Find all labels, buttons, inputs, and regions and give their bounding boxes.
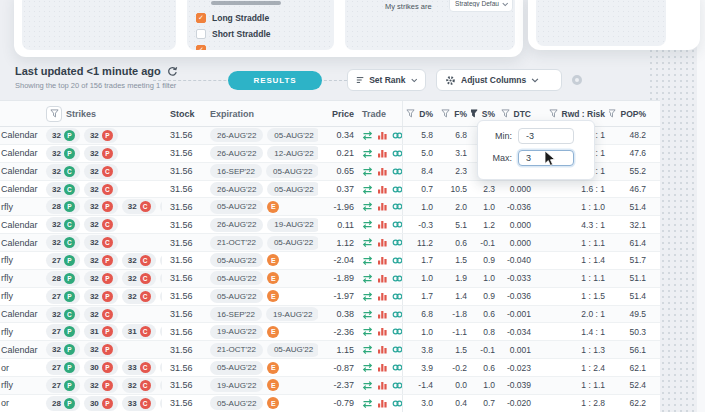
trade-row[interactable]: or 27 P30 P33 C36 C 31.56 05-AUG'22E -0.… <box>0 359 660 377</box>
trade-row[interactable]: Calendar 32 C32 C 31.56 26-AUG'2205-AUG'… <box>0 181 660 199</box>
swap-icon[interactable] <box>362 380 373 391</box>
col-header-dtc[interactable]: DTC <box>499 109 535 119</box>
rwd-risk-value: 1 : 1.0 <box>535 202 609 212</box>
link-icon[interactable] <box>392 398 402 409</box>
link-icon[interactable] <box>392 237 402 248</box>
trade-row[interactable]: Calendar 32 P32 P 31.56 21-OCT'2205-AUG'… <box>0 341 660 359</box>
checkbox-checked-icon[interactable]: ✓ <box>196 45 206 50</box>
funnel-icon[interactable] <box>471 109 478 118</box>
link-icon[interactable] <box>392 362 402 373</box>
rwd-risk-value: 1 : 1.4 <box>535 255 609 265</box>
funnel-icon[interactable] <box>406 109 415 118</box>
swap-icon[interactable] <box>362 255 373 266</box>
settings-dot-icon[interactable] <box>572 75 582 85</box>
trade-row[interactable]: Calendar 32 C32 C 31.56 26-AUG'2219-AUG'… <box>0 216 660 234</box>
swap-icon[interactable] <box>362 237 373 248</box>
refresh-icon[interactable] <box>167 66 178 77</box>
col-header-s-pct[interactable]: S% <box>471 109 499 119</box>
chart-icon[interactable] <box>377 237 388 248</box>
link-icon[interactable] <box>392 219 402 230</box>
checkbox-checked-icon[interactable]: ✓ <box>196 13 206 23</box>
link-icon[interactable] <box>392 309 402 320</box>
link-icon[interactable] <box>392 344 402 355</box>
chart-icon[interactable] <box>377 148 388 159</box>
chart-icon[interactable] <box>377 380 388 391</box>
funnel-icon[interactable] <box>501 109 510 118</box>
dtc-value: 0.001 <box>499 345 535 355</box>
swap-icon[interactable] <box>362 326 373 337</box>
link-icon[interactable] <box>392 326 402 337</box>
link-icon[interactable] <box>392 166 402 177</box>
swap-icon[interactable] <box>362 344 373 355</box>
trade-row[interactable]: rfly 28 P32 P32 C35 C 31.56 05-AUG'22E -… <box>0 270 660 288</box>
swap-icon[interactable] <box>362 362 373 373</box>
col-header-pop-pct[interactable]: POP% <box>609 109 660 119</box>
trade-row[interactable]: or 28 P30 P33 C36 C 31.56 05-AUG'22E -0.… <box>0 395 660 412</box>
swap-icon[interactable] <box>362 291 373 302</box>
chart-icon[interactable] <box>377 398 388 409</box>
set-rank-button[interactable]: Set Rank <box>347 69 426 91</box>
chart-icon[interactable] <box>377 219 388 230</box>
trade-row[interactable]: rfly 27 P32 P32 C35 C 31.56 05-AUG'22E -… <box>0 288 660 306</box>
adjust-columns-button[interactable]: Adjust Columns <box>436 69 562 91</box>
col-header-d-pct[interactable]: D% <box>402 101 437 126</box>
link-icon[interactable] <box>392 148 402 159</box>
chart-icon[interactable] <box>377 362 388 373</box>
link-icon[interactable] <box>392 201 402 212</box>
min-input[interactable] <box>518 128 574 144</box>
col-header-rwd-risk[interactable]: Rwd : Risk <box>535 109 609 119</box>
chart-icon[interactable] <box>377 291 388 302</box>
strikes-cell: 32 C32 C <box>38 217 162 232</box>
stock-price: 31.56 <box>162 202 200 212</box>
swap-icon[interactable] <box>362 184 373 195</box>
link-icon[interactable] <box>392 291 402 302</box>
funnel-icon[interactable] <box>549 109 558 118</box>
link-icon[interactable] <box>392 255 402 266</box>
results-button[interactable]: RESULTS <box>228 71 322 90</box>
swap-icon[interactable] <box>362 398 373 409</box>
col-header-f-pct[interactable]: F% <box>437 109 471 119</box>
chart-icon[interactable] <box>377 130 388 141</box>
funnel-icon[interactable] <box>609 109 616 118</box>
strikes-default-dropdown[interactable]: Strategy Default <box>449 0 513 12</box>
link-icon[interactable] <box>392 184 402 195</box>
chart-icon[interactable] <box>377 255 388 266</box>
chevron-down-icon <box>411 78 418 83</box>
chart-icon[interactable] <box>377 201 388 212</box>
swap-icon[interactable] <box>362 166 373 177</box>
trade-row[interactable]: rfly 27 P32 P32 C36 C 31.56 05-AUG'22E -… <box>0 252 660 270</box>
buy-put-icon: P <box>64 344 75 355</box>
checkbox-unchecked-icon[interactable] <box>196 29 206 39</box>
funnel-icon[interactable] <box>441 109 450 118</box>
chart-icon[interactable] <box>377 326 388 337</box>
trade-row[interactable]: rfly 27 P31 P31 C35 C 31.56 19-AUG'22E -… <box>0 323 660 341</box>
chart-icon[interactable] <box>377 166 388 177</box>
link-icon[interactable] <box>392 130 402 141</box>
chart-icon[interactable] <box>377 309 388 320</box>
stock-price: 31.56 <box>162 380 200 390</box>
link-icon[interactable] <box>392 380 402 391</box>
d-pct-value: 11.2 <box>402 234 437 251</box>
trade-row[interactable]: rfly 27 P32 P32 C36 C 31.56 19-AUG'22E -… <box>0 377 660 395</box>
swap-icon[interactable] <box>362 201 373 212</box>
strategy-checkbox-item[interactable]: Short Straddle <box>196 29 271 39</box>
chart-icon[interactable] <box>377 344 388 355</box>
swap-icon[interactable] <box>362 130 373 141</box>
funnel-icon[interactable] <box>50 109 59 118</box>
link-icon[interactable] <box>392 273 402 284</box>
clipped-checkbox-item[interactable]: ✓ <box>196 45 206 50</box>
swap-icon[interactable] <box>362 148 373 159</box>
swap-icon[interactable] <box>362 219 373 230</box>
chart-icon[interactable] <box>377 273 388 284</box>
strikes-filter-button[interactable] <box>46 106 62 122</box>
trade-row[interactable]: Calendar 32 C32 C 31.56 16-SEP'2219-AUG'… <box>0 306 660 324</box>
expiration-cell: 05-AUG'22E <box>200 271 318 285</box>
strategy-checkbox-item[interactable]: ✓ Long Straddle <box>196 13 269 23</box>
trade-row[interactable]: Calendar 32 C32 C 31.56 21-OCT'2205-AUG'… <box>0 234 660 252</box>
swap-icon[interactable] <box>362 273 373 284</box>
chart-icon[interactable] <box>377 184 388 195</box>
swap-icon[interactable] <box>362 309 373 320</box>
sell-call-icon: C <box>102 166 113 177</box>
trade-row[interactable]: rfly 28 P32 P32 C36 C 31.56 05-AUG'22E -… <box>0 198 660 216</box>
col-header-strikes[interactable]: Strikes <box>38 106 162 122</box>
